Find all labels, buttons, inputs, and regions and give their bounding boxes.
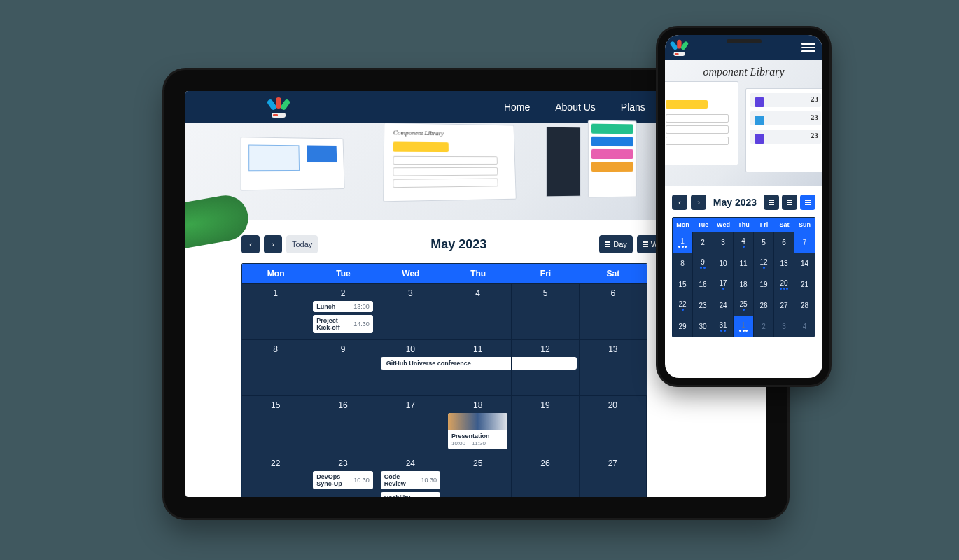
- mini-calendar-cell[interactable]: 6: [774, 232, 794, 253]
- calendar-cell[interactable]: 15: [242, 396, 309, 454]
- mini-calendar-cell[interactable]: 2: [693, 232, 713, 253]
- calendar-cell[interactable]: 24 Code Review10:30 Usability Testing16:…: [377, 454, 444, 497]
- mini-calendar-cell[interactable]: 23: [693, 295, 713, 316]
- mini-calendar-cell[interactable]: 14: [794, 253, 815, 274]
- nav-about[interactable]: About Us: [555, 102, 596, 113]
- day-header: Fri: [512, 264, 579, 284]
- mini-calendar-cell[interactable]: 21: [794, 274, 815, 295]
- mini-calendar-cell[interactable]: 17: [713, 274, 734, 295]
- event-usability[interactable]: Usability Testing16:45: [381, 492, 440, 497]
- event-time: 10:30: [354, 477, 370, 484]
- mini-calendar-cell[interactable]: 24: [713, 295, 734, 316]
- calendar-cell[interactable]: 23 DevOps Sync-Up10:30: [309, 454, 377, 497]
- calendar-cell[interactable]: 10 GitHub Universe conference: [377, 340, 444, 396]
- view-button[interactable]: [800, 195, 816, 210]
- mini-calendar-cell[interactable]: 5: [754, 232, 774, 253]
- day-number: 17: [719, 279, 727, 287]
- mini-calendar-cell[interactable]: 11: [734, 253, 754, 274]
- mini-calendar-cell[interactable]: 27: [774, 295, 794, 316]
- calendar-row: 1 2 Lunch13:00 Project Kick-off14:30 3 4…: [242, 284, 647, 340]
- event-kickoff[interactable]: Project Kick-off14:30: [313, 315, 372, 333]
- next-button[interactable]: ›: [691, 195, 706, 210]
- mini-calendar-cell[interactable]: 3: [774, 316, 794, 337]
- prev-button[interactable]: ‹: [241, 235, 260, 253]
- app-logo[interactable]: [672, 41, 687, 55]
- calendar-cell[interactable]: 17: [377, 396, 444, 454]
- view-button[interactable]: [764, 195, 779, 210]
- day-number: 15: [678, 281, 686, 288]
- event-lunch[interactable]: Lunch13:00: [313, 301, 372, 312]
- nav-home[interactable]: Home: [504, 102, 530, 113]
- event-title: Code Review: [384, 473, 421, 487]
- mini-calendar-cell[interactable]: 9: [693, 253, 713, 274]
- mini-calendar-cell[interactable]: 7: [794, 232, 815, 253]
- mini-calendar-cell[interactable]: 1: [734, 316, 754, 337]
- mini-calendar-cell[interactable]: 18: [734, 274, 754, 295]
- mini-calendar-cell[interactable]: 31: [713, 316, 734, 337]
- day-number: 25: [739, 300, 747, 308]
- day-number: 24: [381, 458, 440, 468]
- calendar-cell[interactable]: 26: [512, 454, 579, 497]
- nav-plans[interactable]: Plans: [621, 102, 645, 113]
- calendar-cell[interactable]: 22: [242, 454, 309, 497]
- view-day-button[interactable]: Day: [599, 235, 633, 253]
- calendar-cell[interactable]: 4: [444, 284, 512, 340]
- calendar-cell[interactable]: 27: [580, 454, 647, 497]
- mini-calendar-cell[interactable]: 26: [754, 295, 774, 316]
- day-number: 19: [760, 281, 767, 288]
- app-logo[interactable]: [270, 98, 288, 116]
- day-number: 3: [381, 288, 440, 298]
- prev-button[interactable]: ‹: [672, 195, 687, 210]
- calendar-cell[interactable]: 9: [309, 340, 377, 396]
- calendar-cell[interactable]: 3: [377, 284, 444, 340]
- calendar-cell[interactable]: 8: [242, 340, 309, 396]
- mini-calendar-cell[interactable]: 4: [794, 316, 815, 337]
- mini-calendar-row: 22232425262728: [673, 295, 815, 316]
- day-number: 13: [583, 344, 643, 354]
- mini-calendar-cell[interactable]: 25: [734, 295, 754, 316]
- mini-calendar-cell[interactable]: 12: [754, 253, 774, 274]
- mini-calendar-cell[interactable]: 16: [693, 274, 713, 295]
- calendar-cell[interactable]: 18 Presentation10:00 – 11:30: [444, 396, 512, 454]
- day-number: 2: [762, 323, 766, 330]
- view-button[interactable]: [782, 195, 797, 210]
- calendar-cell[interactable]: 16: [309, 396, 377, 454]
- mini-calendar-cell[interactable]: 1: [673, 232, 693, 253]
- event-presentation[interactable]: Presentation10:00 – 11:30: [448, 413, 507, 449]
- mini-calendar-cell[interactable]: 10: [713, 253, 734, 274]
- calendar-cell[interactable]: 11: [444, 340, 512, 396]
- calendar-cell[interactable]: 2 Lunch13:00 Project Kick-off14:30: [309, 284, 377, 340]
- day-number: 9: [313, 344, 372, 354]
- mini-calendar-cell[interactable]: 30: [693, 316, 713, 337]
- hamburger-menu-icon[interactable]: [802, 43, 816, 52]
- today-button[interactable]: Today: [286, 235, 318, 253]
- event-devops[interactable]: DevOps Sync-Up10:30: [313, 471, 372, 489]
- calendar-cell[interactable]: 1: [242, 284, 309, 340]
- mini-calendar-cell[interactable]: 2: [754, 316, 774, 337]
- mini-calendar-cell[interactable]: 3: [713, 232, 734, 253]
- mini-calendar-cell[interactable]: 20: [774, 274, 794, 295]
- mini-calendar-cell[interactable]: 29: [673, 316, 693, 337]
- banner-title: omponent Library: [704, 66, 785, 78]
- calendar-cell[interactable]: 6: [580, 284, 647, 340]
- mini-calendar-cell[interactable]: 8: [673, 253, 693, 274]
- day-number: 8: [680, 260, 685, 267]
- calendar-cell[interactable]: 12: [512, 340, 579, 396]
- day-number: 4: [803, 323, 807, 330]
- next-button[interactable]: ›: [264, 235, 282, 253]
- calendar-cell[interactable]: 19: [512, 396, 579, 454]
- event-code-review[interactable]: Code Review10:30: [381, 471, 440, 489]
- day-header: Tue: [309, 264, 377, 284]
- phone-content: ‹ › May 2023 Mon Tue Wed Thu Fri Sat Su: [665, 186, 822, 378]
- mini-calendar-cell[interactable]: 19: [754, 274, 774, 295]
- mini-calendar-cell[interactable]: 4: [734, 232, 754, 253]
- calendar-cell[interactable]: 20: [580, 396, 647, 454]
- calendar-cell[interactable]: 25: [444, 454, 512, 497]
- day-header: Mon: [673, 218, 693, 232]
- mini-calendar-cell[interactable]: 28: [794, 295, 815, 316]
- calendar-cell[interactable]: 5: [512, 284, 579, 340]
- calendar-cell[interactable]: 13: [580, 340, 647, 396]
- mini-calendar-cell[interactable]: 22: [673, 295, 693, 316]
- mini-calendar-cell[interactable]: 13: [774, 253, 794, 274]
- mini-calendar-cell[interactable]: 15: [673, 274, 693, 295]
